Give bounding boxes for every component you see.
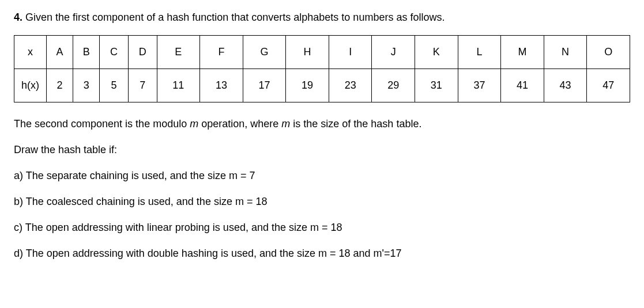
table-cell: 7: [128, 69, 157, 102]
question-text: Given the first component of a hash func…: [25, 12, 445, 23]
table-cell: 13: [200, 69, 243, 102]
table-cell: E: [157, 36, 200, 69]
table-cell: J: [372, 36, 415, 69]
table-cell: A: [47, 36, 73, 69]
subquestion-a: a) The separate chaining is used, and th…: [14, 168, 630, 184]
table-cell: 11: [157, 69, 200, 102]
table-cell: 31: [415, 69, 458, 102]
question-prompt: 4. Given the first component of a hash f…: [14, 12, 630, 24]
description-line-2: Draw the hash table if:: [14, 142, 630, 158]
row-header-hx: h(x): [14, 69, 47, 102]
subquestion-d: d) The open addressing with double hashi…: [14, 246, 630, 261]
table-cell: H: [286, 36, 329, 69]
italic-m: m: [190, 118, 198, 130]
table-cell: C: [100, 36, 129, 69]
text-part: operation, where: [198, 118, 281, 130]
table-cell: O: [587, 36, 630, 69]
table-cell: B: [73, 36, 100, 69]
table-cell: 17: [243, 69, 286, 102]
table-cell: K: [415, 36, 458, 69]
table-cell: I: [329, 36, 372, 69]
subquestion-b: b) The coalesced chaining is used, and t…: [14, 194, 630, 210]
row-header-x: x: [14, 36, 47, 69]
table-row: x A B C D E F G H I J K L M N O: [14, 36, 630, 69]
table-cell: M: [501, 36, 544, 69]
table-cell: 3: [73, 69, 100, 102]
table-cell: 23: [329, 69, 372, 102]
subquestion-c: c) The open addressing with linear probi…: [14, 220, 630, 235]
hash-function-table: x A B C D E F G H I J K L M N O h(x) 2 3…: [14, 35, 630, 102]
table-cell: F: [200, 36, 243, 69]
italic-m: m: [281, 118, 290, 130]
table-cell: 37: [458, 69, 501, 102]
table-cell: G: [243, 36, 286, 69]
description-line-1: The second component is the modulo m ope…: [14, 116, 630, 132]
table-cell: 29: [372, 69, 415, 102]
table-cell: N: [544, 36, 587, 69]
text-part: is the size of the hash table.: [290, 118, 421, 130]
table-cell: L: [458, 36, 501, 69]
table-cell: 47: [587, 69, 630, 102]
table-cell: 41: [501, 69, 544, 102]
table-cell: 2: [47, 69, 73, 102]
table-cell: 43: [544, 69, 587, 102]
table-cell: 5: [100, 69, 129, 102]
table-cell: D: [128, 36, 157, 69]
text-part: The second component is the modulo: [14, 118, 190, 130]
table-cell: 19: [286, 69, 329, 102]
question-number: 4.: [14, 12, 22, 23]
table-row: h(x) 2 3 5 7 11 13 17 19 23 29 31 37 41 …: [14, 69, 630, 102]
